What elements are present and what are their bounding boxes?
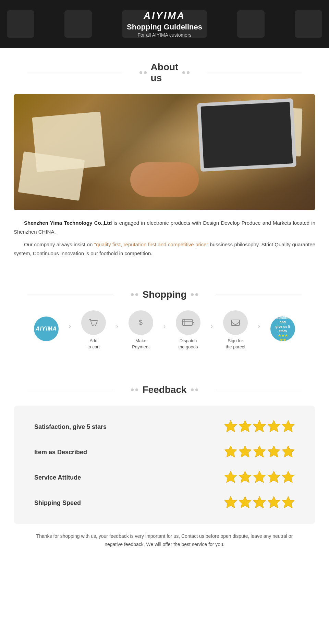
- star-3-4: [267, 470, 280, 485]
- svg-marker-16: [239, 471, 251, 483]
- feedback-label-3: Service Attitude: [34, 474, 81, 481]
- about-divider-right: [207, 73, 302, 73]
- star-4-1: [224, 495, 237, 510]
- flow-label-payment: MakePayment: [132, 338, 149, 350]
- feedback-label-2: Item as Described: [34, 449, 87, 456]
- star-3-1: [224, 470, 237, 485]
- bg-icon-6: [295, 10, 322, 38]
- feedback-row-4: Shipping Speed: [34, 495, 295, 510]
- about-image: [14, 94, 315, 210]
- svg-marker-14: [282, 446, 294, 457]
- feedback-footer: Thanks for shopping with us, your feedba…: [14, 532, 315, 562]
- header-subtitle: For all AIYIMA customers: [127, 32, 202, 38]
- company-name: Shenzhen Yima Technology Co.,Ltd: [24, 220, 112, 226]
- star-2-4: [267, 445, 280, 460]
- mini-star-1: ★: [278, 333, 281, 338]
- flow-icon-brand: AIYIMA: [34, 317, 59, 341]
- dot-6: [135, 293, 138, 296]
- flow-step-payment: $ MakePayment: [117, 310, 165, 350]
- feedback-dots-left: [131, 388, 138, 391]
- laptop-image: [197, 98, 296, 172]
- about-title: About us: [151, 62, 179, 84]
- svg-marker-19: [282, 471, 294, 483]
- svg-marker-18: [268, 471, 280, 483]
- about-paragraph-1: Shenzhen Yima Technology Co.,Ltd is enga…: [14, 219, 315, 236]
- star-2-1: [224, 445, 237, 460]
- feedback-divider-left: [27, 390, 113, 390]
- mini-star-2: ★: [281, 333, 284, 338]
- shopping-divider-left: [27, 295, 113, 295]
- about-divider-left: [27, 73, 122, 73]
- svg-marker-15: [224, 471, 237, 483]
- svg-marker-13: [268, 446, 280, 457]
- svg-marker-23: [268, 496, 280, 508]
- feedback-section: Feedback Satisfaction, give 5 stars: [0, 384, 329, 576]
- flow-step-confirm: Confirm andgive us 5 stars ★ ★ ★ ★ ★: [259, 317, 307, 344]
- header-title: Shopping Guidelines: [127, 23, 202, 32]
- dot-5: [131, 293, 134, 296]
- svg-text:$: $: [139, 319, 143, 326]
- mini-star-3: ★: [285, 333, 288, 338]
- dot-10: [135, 388, 138, 391]
- shopping-divider-right: [216, 295, 302, 295]
- about-dots-left: [139, 71, 147, 74]
- shopping-flow: AIYIMA › Addto cart › $ MakePaym: [14, 310, 315, 350]
- dot-9: [131, 388, 134, 391]
- dot-8: [195, 293, 198, 296]
- shopping-dots-right: [191, 293, 198, 296]
- star-1-1: [224, 419, 237, 434]
- star-1-4: [267, 419, 280, 434]
- flow-icon-payment: $: [129, 310, 153, 335]
- flow-icon-sign: [223, 310, 248, 335]
- shopping-title-container: Shopping: [14, 289, 315, 300]
- confirm-stars-row-1: ★ ★ ★: [278, 333, 288, 338]
- header: AIYIMA Shopping Guidelines For all AIYIM…: [0, 0, 329, 48]
- desk-paper-2: [18, 151, 85, 201]
- feedback-card: Satisfaction, give 5 stars: [14, 406, 315, 524]
- feedback-label-4: Shipping Speed: [34, 499, 81, 507]
- svg-marker-9: [282, 420, 294, 432]
- flow-icon-dispatch: [176, 310, 200, 335]
- star-2-5: [282, 445, 295, 460]
- confirm-text: Confirm andgive us 5 stars: [273, 315, 292, 333]
- dot-12: [195, 388, 198, 391]
- handshake-image: [130, 162, 199, 197]
- about-p2-prefix: Our company always insist on: [24, 242, 94, 247]
- feedback-divider-right: [216, 390, 302, 390]
- mini-star-5: ★: [283, 338, 286, 342]
- flow-label-dispatch: Dispatchthe goods: [178, 338, 198, 350]
- star-4-5: [282, 495, 295, 510]
- dot-4: [187, 71, 190, 74]
- confirm-stars: Confirm andgive us 5 stars ★ ★ ★ ★ ★: [273, 315, 292, 342]
- brand-logo: AIYIMA: [127, 10, 202, 21]
- feedback-title-container: Feedback: [14, 384, 315, 395]
- stars-4: [224, 495, 295, 510]
- flow-step-sign: Sign forthe parcel: [211, 310, 259, 350]
- confirm-stars-row-2: ★ ★: [280, 338, 286, 342]
- dot-11: [191, 388, 194, 391]
- svg-marker-17: [253, 471, 266, 483]
- flow-label-sign: Sign forthe parcel: [226, 338, 245, 350]
- about-section: About us Shenzhen Yima Technology Co.,Lt…: [0, 62, 329, 275]
- flow-label-cart: Addto cart: [87, 338, 100, 350]
- dot-7: [191, 293, 194, 296]
- header-content: AIYIMA Shopping Guidelines For all AIYIM…: [127, 10, 202, 38]
- svg-marker-5: [224, 420, 237, 432]
- star-4-3: [253, 495, 266, 510]
- flow-step-cart: Addto cart: [70, 310, 118, 350]
- svg-marker-24: [282, 496, 294, 508]
- star-1-3: [253, 419, 266, 434]
- about-highlight: "quality first, reputation first and com…: [94, 242, 208, 247]
- mini-star-4: ★: [280, 338, 283, 342]
- svg-marker-7: [253, 420, 266, 432]
- bg-icon-1: [7, 10, 34, 38]
- star-1-2: [239, 419, 252, 434]
- star-2-3: [253, 445, 266, 460]
- star-3-3: [253, 470, 266, 485]
- star-2-2: [239, 445, 252, 460]
- stars-2: [224, 445, 295, 460]
- feedback-title: Feedback: [142, 384, 186, 395]
- feedback-row-1: Satisfaction, give 5 stars: [34, 419, 295, 434]
- star-1-5: [282, 419, 295, 434]
- flow-icon-confirm: Confirm andgive us 5 stars ★ ★ ★ ★ ★: [270, 317, 295, 341]
